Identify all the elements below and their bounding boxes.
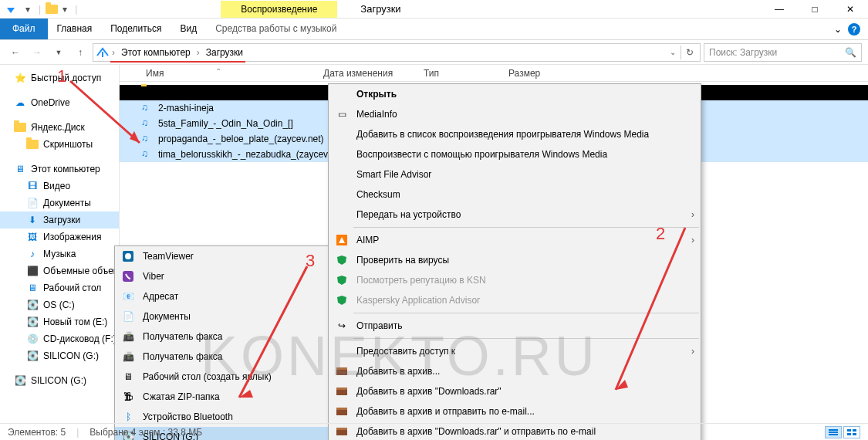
- document-icon: 📄: [121, 310, 135, 323]
- address-dropdown-icon[interactable]: ⌄: [670, 48, 676, 56]
- ctx-wmp-add[interactable]: Добавить в список воспроизведения проигр…: [329, 124, 701, 144]
- sendto-teamviewer[interactable]: TeamViewer: [115, 246, 329, 266]
- nav-downloads[interactable]: ⬇Загрузки: [0, 212, 119, 228]
- back-button[interactable]: ←: [6, 43, 25, 62]
- nav-drive-g[interactable]: 💽SILICON (G:): [0, 347, 119, 364]
- help-icon[interactable]: ?: [848, 23, 860, 36]
- qat-dropdown-icon[interactable]: ▾: [22, 3, 34, 15]
- ctx-mediainfo[interactable]: ▭MediaInfo: [329, 104, 701, 124]
- breadcrumb-thispc[interactable]: Этот компьютер: [118, 46, 194, 59]
- bluetooth-icon: ᛒ: [121, 410, 135, 424]
- sendto-fax-2[interactable]: 📠Получатель факса: [115, 347, 329, 367]
- ctx-winrar-add[interactable]: Добавить в архив...: [329, 361, 701, 381]
- status-item-count: Элементов: 5: [8, 427, 66, 438]
- maximize-button[interactable]: □: [797, 0, 833, 19]
- ribbon-tabs: Файл Главная Поделиться Вид Средства раб…: [0, 19, 868, 40]
- monitor-icon: 🖥: [14, 163, 26, 175]
- ctx-virus-check[interactable]: Проверить на вирусы: [329, 250, 701, 270]
- search-icon[interactable]: 🔍: [845, 47, 856, 58]
- refresh-icon[interactable]: ↻: [686, 47, 694, 58]
- svg-point-2: [125, 253, 131, 259]
- qat-down-arrow-icon[interactable]: [5, 3, 17, 15]
- annotation-3: 3: [306, 251, 315, 271]
- ctx-ksn-reputation[interactable]: Посмотреть репутацию в KSN: [329, 270, 701, 290]
- svg-rect-0: [102, 52, 103, 57]
- column-header-date[interactable]: Дата изменения: [316, 68, 416, 79]
- column-header-type[interactable]: Тип: [416, 68, 501, 79]
- drive-icon: 💽: [26, 316, 39, 328]
- view-icons-button[interactable]: [843, 426, 860, 438]
- nav-screenshots[interactable]: Скриншоты: [0, 136, 119, 153]
- tab-music-tools[interactable]: Средства работы с музыкой: [206, 19, 346, 39]
- ctx-grant-access[interactable]: Предоставить доступ к›: [329, 341, 701, 361]
- ctx-cast-to-device[interactable]: Передать на устройство›: [329, 205, 701, 225]
- search-input[interactable]: Поиск: Загрузки 🔍: [704, 43, 862, 62]
- nav-cdrom[interactable]: 💿CD-дисковод (F:): [0, 330, 119, 347]
- fax-icon: 📠: [121, 330, 135, 344]
- svg-rect-13: [829, 429, 838, 431]
- sendto-fax-1[interactable]: 📠Получатель факса: [115, 327, 329, 347]
- column-header-size[interactable]: Размер: [501, 68, 562, 79]
- nav-desktop[interactable]: 🖥Рабочий стол: [0, 279, 119, 296]
- ctx-winrar-email[interactable]: Добавить в архив и отправить по e-mail..…: [329, 401, 701, 421]
- ctx-aimp[interactable]: AIMP›: [329, 230, 701, 250]
- sendto-recipient[interactable]: 📧Адресат: [115, 286, 329, 306]
- tab-file[interactable]: Файл: [0, 19, 48, 39]
- minimize-button[interactable]: —: [762, 0, 797, 19]
- svg-rect-19: [853, 433, 856, 435]
- submenu-arrow-icon: ›: [691, 346, 694, 357]
- folder-icon: [96, 46, 109, 59]
- breadcrumb-downloads[interactable]: Загрузки: [203, 46, 246, 59]
- close-button[interactable]: ✕: [833, 0, 868, 19]
- nav-documents[interactable]: 📄Документы: [0, 195, 119, 212]
- nav-drive-c[interactable]: 💽OS (C:): [0, 296, 119, 313]
- nav-videos[interactable]: 🎞Видео: [0, 178, 119, 195]
- fax-icon: 📠: [121, 350, 135, 364]
- ctx-winrar-add-downloads[interactable]: Добавить в архив "Downloads.rar": [329, 381, 701, 401]
- nav-yandex-disk[interactable]: Яндекс.Диск: [0, 119, 119, 136]
- ctx-smart-file-advisor[interactable]: Smart File Advisor: [329, 164, 701, 184]
- image-icon: 🖼: [26, 231, 39, 243]
- winrar-icon: [335, 404, 349, 418]
- folder-icon: [26, 138, 39, 151]
- ribbon-collapse-icon[interactable]: ⌄: [834, 24, 842, 35]
- tab-home[interactable]: Главная: [48, 19, 102, 39]
- nav-3d-objects[interactable]: ⬛Объемные объекты: [0, 262, 119, 279]
- view-details-button[interactable]: [825, 426, 842, 438]
- up-button[interactable]: ↑: [71, 43, 90, 62]
- ctx-checksum[interactable]: Checksum: [329, 184, 701, 205]
- recent-dropdown-icon[interactable]: ▼: [49, 43, 68, 62]
- audio-file-icon: ♫: [141, 102, 154, 114]
- nav-onedrive[interactable]: ☁OneDrive: [0, 94, 119, 111]
- sendto-viber[interactable]: Viber: [115, 266, 329, 286]
- forward-button[interactable]: →: [28, 43, 46, 62]
- kaspersky-shield-icon: [335, 293, 349, 307]
- ctx-share[interactable]: ↪Отправить: [329, 316, 701, 336]
- sendto-documents[interactable]: 📄Документы: [115, 306, 329, 327]
- nav-this-pc[interactable]: 🖥Этот компьютер: [0, 161, 119, 178]
- nav-music[interactable]: ♪Музыка: [0, 245, 119, 262]
- column-header-name[interactable]: Имя⌃: [138, 68, 316, 79]
- audio-file-icon: ♫: [141, 117, 154, 130]
- submenu-arrow-icon: ›: [691, 235, 694, 245]
- ctx-kaspersky-advisor[interactable]: Kaspersky Application Advisor: [329, 290, 701, 310]
- tab-share[interactable]: Поделиться: [101, 19, 171, 39]
- nav-drive-g-root[interactable]: 💽SILICON (G:): [0, 372, 119, 389]
- share-icon: ↪: [335, 319, 349, 333]
- breadcrumb-bar[interactable]: › Этот компьютер › Загрузки ⌄ ↻: [93, 43, 701, 62]
- cube-icon: ⬛: [26, 265, 39, 277]
- drive-icon: 💽: [26, 350, 39, 362]
- nav-drive-e[interactable]: 💽Новый том (E:): [0, 313, 119, 330]
- sendto-zip[interactable]: 🗜Сжатая ZIP-папка: [115, 387, 329, 407]
- ctx-wmp-play[interactable]: Воспроизвести с помощью проигрывателя Wi…: [329, 144, 701, 164]
- ctx-open[interactable]: Открыть: [329, 84, 701, 104]
- kaspersky-shield-icon: [335, 253, 349, 267]
- sendto-desktop-shortcut[interactable]: 🖥Рабочий стол (создать ярлык): [115, 367, 329, 387]
- cloud-icon: ☁: [14, 96, 26, 109]
- qat-folder-icon[interactable]: [46, 3, 58, 15]
- nav-images[interactable]: 🖼Изображения: [0, 228, 119, 245]
- cd-icon: 💿: [26, 333, 39, 345]
- annotation-2: 2: [656, 224, 665, 244]
- tab-view[interactable]: Вид: [171, 19, 206, 39]
- drive-icon: 💽: [26, 299, 39, 311]
